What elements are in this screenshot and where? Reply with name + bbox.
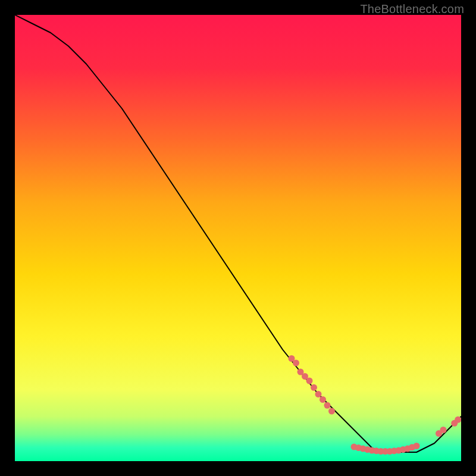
gradient-background [15,15,461,461]
data-dot [455,416,461,423]
chart-svg [15,15,461,461]
data-dot [311,384,317,391]
chart-frame: TheBottleneck.com [0,0,476,476]
data-dot [306,378,313,384]
data-dot [320,396,326,403]
data-dot [440,427,447,433]
plot-area [15,15,461,461]
data-dot [293,360,299,367]
data-dot [315,391,322,397]
data-dot [414,443,420,449]
watermark-text: TheBottleneck.com [360,2,464,16]
data-dot [328,408,335,415]
data-dot [324,402,331,409]
